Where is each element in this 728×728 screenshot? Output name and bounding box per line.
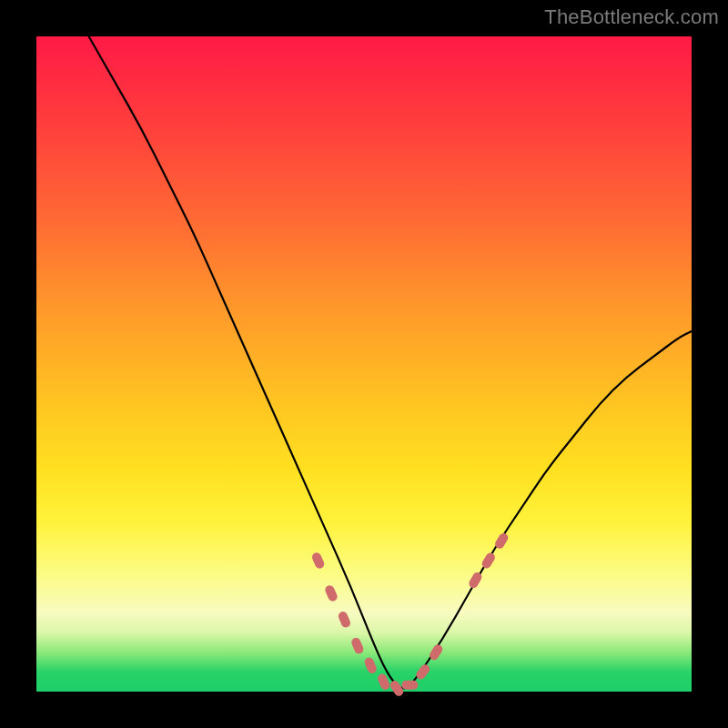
highlight-points bbox=[310, 531, 510, 698]
highlight-point bbox=[414, 662, 431, 681]
highlight-point bbox=[310, 551, 325, 571]
highlight-point bbox=[350, 636, 365, 654]
highlight-point bbox=[401, 681, 418, 690]
bottleneck-curve bbox=[89, 36, 692, 688]
highlight-point bbox=[363, 656, 378, 674]
curve-svg bbox=[36, 36, 692, 692]
watermark-text: TheBottleneck.com bbox=[544, 5, 719, 29]
chart-stage: TheBottleneck.com bbox=[0, 0, 728, 728]
highlight-point bbox=[337, 611, 351, 629]
highlight-point bbox=[324, 584, 339, 603]
plot-area bbox=[36, 36, 692, 692]
